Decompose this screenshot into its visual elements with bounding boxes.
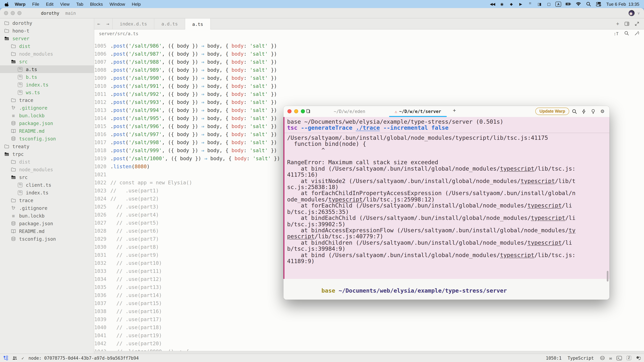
sidebar-item-ws-ts[interactable]: TSws.ts: [0, 88, 94, 96]
chevron-down-icon[interactable]: ∨: [637, 11, 640, 15]
tab-a-d-ts[interactable]: a.d.ts: [154, 18, 185, 29]
terminal-tab-eden[interactable]: ~/D/w/e/eden: [328, 106, 371, 117]
menu-warp[interactable]: Warp: [12, 1, 29, 6]
play-circle-icon[interactable]: ▶: [518, 1, 523, 7]
battery-icon[interactable]: [566, 1, 572, 7]
screen-time-icon[interactable]: ◉: [499, 1, 504, 7]
sidebar-item-client-ts[interactable]: TSclient.ts: [0, 181, 94, 189]
command-line[interactable]: tsc --generateTrace ./trace --incrementa…: [287, 125, 606, 131]
rewind-icon[interactable]: ◀◀: [490, 1, 495, 7]
sidebar-item-dist[interactable]: dist: [0, 42, 94, 50]
close-button[interactable]: [4, 11, 8, 15]
terminal-zoom-button[interactable]: [301, 109, 305, 113]
terminal-tab-server[interactable]: ⚠ ~/D/w/e/t/server: [390, 106, 446, 117]
wifi-icon[interactable]: [576, 1, 582, 7]
sidebar-item-tsconfig-json[interactable]: tsconfig.json: [0, 235, 94, 243]
sidebar-item-package-json[interactable]: package.json: [0, 220, 94, 227]
code-line-1009[interactable]: 1009.post('/salt/990', ({ body }) ⇒ body…: [94, 74, 644, 82]
settings-gear-icon[interactable]: ⚙: [600, 108, 606, 114]
prompt-block[interactable]: base ~/Documents/web/elysia/example/type…: [284, 279, 610, 300]
sidebar-item-dist[interactable]: dist: [0, 158, 94, 166]
menu-file[interactable]: File: [29, 1, 42, 6]
bookmarks-icon[interactable]: [306, 109, 311, 115]
window-dim-icon[interactable]: ▢: [546, 1, 551, 7]
sidebar-item-trace[interactable]: trace: [0, 196, 94, 204]
menu-tab[interactable]: Tab: [73, 1, 87, 6]
sidebar-item-src[interactable]: src: [0, 173, 94, 181]
sidebar-item-bun-lockb[interactable]: ≡bun.lockb: [0, 212, 94, 220]
project-tree-icon[interactable]: [3, 356, 8, 360]
sidebar-item-server[interactable]: server: [0, 34, 94, 42]
code-line-1012[interactable]: 1012.post('/salt/993', ({ body }) ⇒ body…: [94, 98, 644, 106]
code-line-1010[interactable]: 1010.post('/salt/991', ({ body }) ⇒ body…: [94, 82, 644, 90]
shortcuts-icon[interactable]: ◆: [509, 1, 514, 7]
update-warp-button[interactable]: Update Warp: [536, 108, 569, 115]
sidebar-item-trpc[interactable]: trpc: [0, 150, 94, 158]
code-line-1007[interactable]: 1007.post('/salt/988', ({ body }) ⇒ body…: [94, 58, 644, 66]
copilot-icon[interactable]: [600, 356, 604, 360]
minimize-button[interactable]: [11, 11, 15, 15]
menu-bar-clock[interactable]: Tue 6 Feb 13:35: [606, 1, 639, 6]
search-icon[interactable]: [571, 108, 577, 114]
sidebar-item-readme-md[interactable]: README.md: [0, 227, 94, 235]
code-line-1037[interactable]: 1037 // .use(part15): [94, 299, 644, 307]
stage-manager-icon[interactable]: ▯▮: [537, 1, 542, 7]
control-center-icon[interactable]: [596, 1, 602, 7]
tab-index-d-ts[interactable]: index.d.ts: [112, 18, 154, 29]
editor-title-bar[interactable]: dorothy main ∨: [0, 8, 644, 18]
sidebar-item-node-modules[interactable]: node_modules: [0, 50, 94, 58]
airpods-icon[interactable]: ⠛: [528, 1, 532, 7]
terminal-close-button[interactable]: [288, 109, 292, 113]
user-avatar[interactable]: [628, 10, 634, 16]
terminal-icon[interactable]: >_: [617, 356, 622, 360]
code-line-1040[interactable]: 1040 // .use(part18): [94, 324, 644, 332]
menu-view[interactable]: View: [57, 1, 73, 6]
zoom-button[interactable]: [18, 11, 22, 15]
magic-wand-icon[interactable]: [634, 31, 639, 36]
z-assistant-icon[interactable]: Z: [626, 356, 631, 360]
code-line-1005[interactable]: 1005.post('/salt/986', ({ body }) ⇒ body…: [94, 42, 644, 50]
sidebar-item-tsconfig-json[interactable]: tsconfig.json: [0, 135, 94, 142]
menu-edit[interactable]: Edit: [42, 1, 57, 6]
sidebar-item-a-ts[interactable]: TSa.ts: [0, 65, 94, 73]
sidebar-item-node-modules[interactable]: node_modules: [0, 166, 94, 173]
menu-window[interactable]: Window: [106, 1, 128, 6]
search-icon[interactable]: [624, 31, 629, 36]
terminal-scrollbar-thumb[interactable]: [607, 271, 608, 282]
code-line-1041[interactable]: 1041 // .use(part19): [94, 332, 644, 340]
nav-forward-button[interactable]: →: [103, 18, 112, 29]
new-tab-icon[interactable]: +: [616, 21, 619, 27]
code-line-1039[interactable]: 1039 // .use(part17): [94, 316, 644, 324]
spotlight-icon[interactable]: [586, 1, 592, 7]
sidebar-item--gitignore[interactable]: .gitignore: [0, 104, 94, 112]
sidebar-item-trace[interactable]: trace: [0, 96, 94, 104]
terminal-header[interactable]: ~/D/w/e/eden ⚠ ~/D/w/e/t/server + Update…: [284, 106, 610, 117]
sidebar-item-package-json[interactable]: package.json: [0, 119, 94, 127]
code-line-1006[interactable]: 1006.post('/salt/987', ({ body }) ⇒ body…: [94, 50, 644, 58]
mail-icon[interactable]: ✉: [609, 356, 612, 361]
sidebar-item-dorothy[interactable]: dorothy: [0, 19, 94, 27]
code-line-1042[interactable]: 1042 // .use(part20): [94, 340, 644, 348]
sidebar-item-hono-t[interactable]: hono-t: [0, 27, 94, 34]
input-source-icon[interactable]: A: [556, 1, 561, 6]
sidebar-item-bun-lockb[interactable]: ≡bun.lockb: [0, 112, 94, 119]
sidebar-item--gitignore[interactable]: .gitignore: [0, 204, 94, 212]
sidebar-item-index-ts[interactable]: TSindex.ts: [0, 81, 94, 88]
sidebar-item-treaty[interactable]: treaty: [0, 142, 94, 150]
code-line-1038[interactable]: 1038 // .use(part16): [94, 307, 644, 316]
cursor-position[interactable]: 1050:1: [546, 356, 562, 361]
tab-a-ts[interactable]: a.ts: [185, 18, 210, 29]
text-transform-icon[interactable]: :T: [614, 31, 618, 36]
expand-icon[interactable]: [634, 21, 639, 26]
split-pane-icon[interactable]: [624, 21, 629, 26]
terminal-minimize-button[interactable]: [294, 109, 298, 113]
language-indicator[interactable]: TypeScript: [568, 356, 594, 361]
chat-icon[interactable]: [636, 356, 641, 360]
menu-help[interactable]: Help: [128, 1, 144, 6]
collaborators-icon[interactable]: [12, 356, 17, 360]
sidebar-item-src[interactable]: src: [0, 58, 94, 65]
code-line-1008[interactable]: 1008.post('/salt/989', ({ body }) ⇒ body…: [94, 66, 644, 74]
sidebar-item-b-ts[interactable]: TSb.ts: [0, 73, 94, 81]
sidebar-item-index-ts[interactable]: TSindex.ts: [0, 189, 94, 196]
nav-back-button[interactable]: ←: [94, 18, 103, 29]
